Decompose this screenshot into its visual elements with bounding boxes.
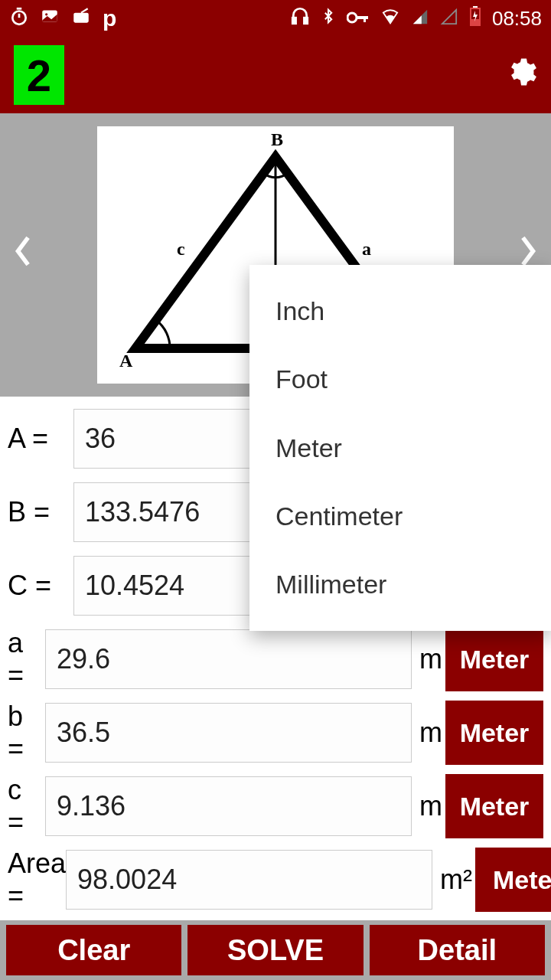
status-right-icons: 08:58 [290,6,542,31]
label-angle-b: B = [8,496,73,528]
svg-rect-14 [471,19,480,25]
headphones-icon [290,6,310,31]
clear-button[interactable]: Clear [6,925,181,975]
label-angle-a: A = [8,423,73,455]
unit-text-area: m² [440,864,472,896]
signal-empty-icon [440,6,458,31]
label-area: Area = [8,848,66,912]
wifi-icon [380,6,400,31]
input-side-c[interactable] [45,776,412,836]
app-bar: 2 [0,37,551,113]
unit-button-b[interactable]: Meter [445,701,543,765]
row-side-b: b = m Meter [8,700,543,766]
svg-point-0 [12,11,25,24]
battery-icon [469,6,481,31]
status-time: 08:58 [492,7,542,31]
app-badge: 2 [14,45,64,105]
row-side-a: a = m Meter [8,626,543,692]
key-icon [347,6,370,31]
dropdown-item-meter[interactable]: Meter [249,413,551,482]
status-bar: p 08:58 [0,0,551,37]
solve-button[interactable]: SOLVE [187,925,363,975]
svg-rect-8 [304,18,307,24]
label-side-a: a = [8,627,45,691]
unit-text-c: m [419,790,442,822]
settings-button[interactable] [505,56,537,95]
unit-button-area[interactable]: Meter² [475,848,551,912]
input-side-b[interactable] [45,703,412,763]
label-angle-c: C = [8,570,73,602]
label-side-c: c = [8,774,45,838]
unit-text-a: m [419,643,442,675]
unit-button-c[interactable]: Meter [445,774,543,838]
row-area: Area = m² Meter² [8,847,543,913]
detail-button[interactable]: Detail [370,925,545,975]
timer-icon [9,6,29,31]
input-side-a[interactable] [45,629,412,689]
row-side-c: c = m Meter [8,773,543,839]
dropdown-item-millimeter[interactable]: Millimeter [249,550,551,619]
unit-button-a[interactable]: Meter [445,627,543,691]
input-area[interactable] [66,850,432,910]
label-side-b: b = [8,701,45,765]
side-c-label: c [177,239,185,259]
dropdown-item-foot[interactable]: Foot [249,345,551,413]
side-a-label: a [362,239,371,259]
p-icon: p [103,5,116,31]
svg-rect-5 [73,12,89,22]
radio-icon [70,6,92,31]
bluetooth-icon [321,6,336,31]
svg-line-6 [81,8,88,12]
diagram-prev-button[interactable] [12,234,34,276]
vertex-a-label: A [119,351,133,371]
svg-rect-11 [364,16,366,22]
unit-text-b: m [419,717,442,749]
svg-rect-10 [356,16,368,19]
svg-point-9 [347,13,357,22]
dropdown-item-inch[interactable]: Inch [249,277,551,345]
status-left-icons: p [9,5,116,31]
svg-rect-7 [292,18,295,24]
dropdown-item-centimeter[interactable]: Centimeter [249,482,551,550]
vertex-b-label: B [271,129,283,149]
svg-point-4 [45,13,47,15]
image-icon [40,6,60,31]
signal-icon [411,6,429,31]
unit-dropdown: Inch Foot Meter Centimeter Millimeter [249,265,551,631]
bottom-bar: Clear SOLVE Detail [0,920,551,980]
